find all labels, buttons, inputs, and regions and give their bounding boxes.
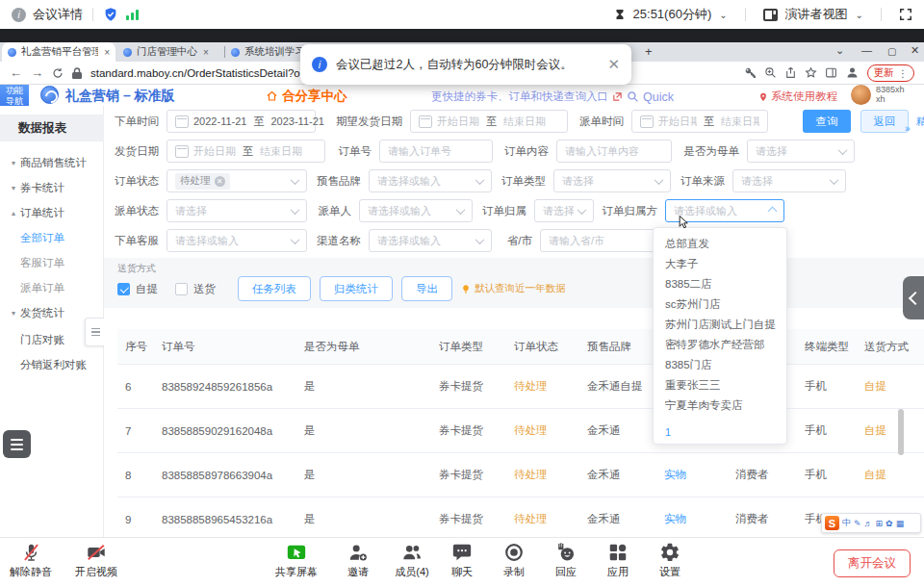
back-icon[interactable]: ← <box>10 65 22 80</box>
back-button[interactable]: 返回 <box>860 110 909 133</box>
meeting-details-label[interactable]: 会议详情 <box>33 6 83 23</box>
browser-tab-2[interactable]: 门店管理中心 × <box>117 42 223 62</box>
react-button[interactable]: 回应 <box>545 542 587 579</box>
dropdown-option[interactable]: 8385门店 <box>654 355 786 375</box>
fullscreen-icon[interactable] <box>899 8 912 21</box>
table-row[interactable]: 883858858978663904a是券卡提货 待处理金禾通实物 消费者手机自… <box>117 453 924 498</box>
dropdown-option[interactable]: 密特罗德水产经营部 <box>654 335 786 355</box>
timer-dropdown-icon[interactable]: ⌄ <box>719 10 727 20</box>
order-belong-select[interactable]: 请选择 <box>534 199 594 222</box>
order-type-select[interactable]: 请选择 <box>553 169 671 192</box>
pickup-label[interactable]: 自提 <box>136 282 158 296</box>
classify-stats-button[interactable]: 归类统计 <box>320 276 393 301</box>
settings-button[interactable]: 设置 <box>649 542 691 579</box>
dropdown-option[interactable]: 重要张三三 <box>654 375 786 396</box>
sidebar-item-order-stats[interactable]: ▴ 订单统计 <box>0 202 104 223</box>
is-parent-select[interactable]: 请选择 <box>747 140 855 163</box>
export-button[interactable]: 导出 <box>401 276 452 301</box>
tab-close-icon[interactable]: × <box>203 47 209 58</box>
invite-button[interactable]: 邀请 <box>337 542 379 579</box>
dropdown-option[interactable]: 苏州门店测试上门自提 <box>654 315 786 335</box>
sidebar-item-dispatch-orders[interactable]: 派单订单 <box>0 277 104 298</box>
sidebar-item-service-orders[interactable]: 客服订单 <box>0 252 104 273</box>
table-row[interactable]: 683858924859261856a是券卡提货 待处理金禾通自提实物 消费者手… <box>117 365 924 409</box>
ime-toolbar[interactable]: S 中 ✎ ♬ ⊞ ✿ ▦ <box>821 513 921 533</box>
notification-close-icon[interactable]: ✕ <box>607 56 620 73</box>
view-dropdown-icon[interactable]: ⌄ <box>856 10 863 20</box>
channel-name-select[interactable]: 请选择或输入 <box>369 229 492 252</box>
sidebar-item-all-orders[interactable]: 全部订单 <box>0 227 104 248</box>
start-video-button[interactable]: 开启视频 <box>69 542 123 579</box>
deliver-checkbox[interactable] <box>175 283 188 295</box>
pickup-checkbox[interactable] <box>117 283 130 295</box>
ime-pen-icon[interactable]: ✎ <box>854 519 861 528</box>
forward-icon[interactable]: → <box>31 65 43 80</box>
dropdown-option[interactable]: sc苏州门店 <box>654 294 786 315</box>
dropdown-option[interactable]: 8385二店 <box>654 274 786 294</box>
key-icon[interactable] <box>744 66 757 79</box>
bookmark-star-icon[interactable] <box>805 66 817 79</box>
user-avatar[interactable] <box>851 85 871 105</box>
record-button[interactable]: 录制 <box>493 542 535 579</box>
new-tab-button[interactable]: + <box>645 44 653 59</box>
dropdown-page-1[interactable]: 1 <box>665 426 671 438</box>
expected-ship-date-field[interactable]: 开始日期至结束日期 <box>410 110 568 133</box>
order-status-select[interactable]: 待处理✕ <box>167 169 307 192</box>
dispatch-time-field[interactable]: 开始日期至结束日期 <box>631 110 768 133</box>
tutorial-link[interactable]: 系统使用教程 <box>758 89 837 104</box>
side-panel-icon[interactable] <box>825 66 837 79</box>
order-content-input[interactable]: 请输入订单内容 <box>556 140 672 163</box>
sidebar-item-rebate-reconciliation[interactable]: 分销返利对账 <box>0 354 104 375</box>
order-agent-select[interactable]: 请选择或输入 <box>167 229 307 252</box>
province-city-input[interactable]: 请输入省/市 <box>540 229 655 252</box>
reload-icon[interactable] <box>52 67 64 79</box>
chat-button[interactable]: 聊天 <box>441 542 483 579</box>
sidebar-item-product-sales[interactable]: ▾ 商品销售统计 <box>0 152 104 173</box>
shield-check-icon[interactable] <box>103 7 118 22</box>
browser-tab-1[interactable]: 礼盒营销平台管理中心 × <box>2 42 116 62</box>
dropdown-option[interactable]: 宁夏羊肉专卖店 <box>654 396 786 416</box>
deliver-label[interactable]: 送货 <box>193 282 216 296</box>
ship-date-field[interactable]: 开始日期至结束日期 <box>167 140 325 163</box>
ime-toolbox-icon[interactable]: ▦ <box>896 519 905 528</box>
ime-lang-icon[interactable]: 中 <box>842 517 851 529</box>
zoom-icon[interactable] <box>764 66 777 79</box>
tag-close-icon[interactable]: ✕ <box>215 176 225 187</box>
dispatcher-select[interactable]: 请选择或输入 <box>359 199 473 222</box>
sidebar-item-card-stats[interactable]: ▾ 券卡统计 <box>0 177 104 198</box>
order-source-select[interactable]: 请选择 <box>732 169 846 192</box>
order-no-input[interactable]: 请输入订单号 <box>379 140 493 163</box>
window-minimize-button[interactable]: — <box>861 44 872 56</box>
leave-meeting-button[interactable]: 离开会议 <box>834 549 911 577</box>
order-time-range-field[interactable]: 2022-11-21至2023-11-21 <box>167 110 316 133</box>
tab-close-icon[interactable]: × <box>104 47 110 58</box>
presale-brand-select[interactable]: 请选择或输入 <box>369 169 492 192</box>
table-row[interactable]: 783858859029162048a是券卡提货 待处理金禾通实物 消费者手机自… <box>117 409 924 453</box>
window-close-button[interactable]: ✕ <box>911 44 919 57</box>
profile-icon[interactable] <box>845 65 860 80</box>
view-mode-label[interactable]: 演讲者视图 <box>785 6 848 23</box>
simplify-filter-link[interactable]: 精简筛选 <box>916 115 924 129</box>
share-screen-button[interactable]: 共享屏幕 <box>270 542 323 579</box>
ime-emoji-icon[interactable]: ✿ <box>886 519 893 528</box>
task-list-button[interactable]: 任务列表 <box>238 276 311 301</box>
browser-update-button[interactable]: 更新 ⋮ <box>867 64 915 82</box>
unmute-button[interactable]: 解除静音 <box>4 542 58 579</box>
window-maximize-button[interactable]: ▢ <box>887 46 896 57</box>
share-icon[interactable] <box>784 66 797 79</box>
quick-search-icon[interactable] <box>627 90 639 103</box>
floating-list-button[interactable] <box>3 430 31 458</box>
search-button[interactable]: 查询 <box>803 110 851 133</box>
ime-voice-icon[interactable]: ♬ <box>864 519 873 528</box>
sidebar-collapse-handle[interactable] <box>85 318 105 346</box>
dispatch-status-select[interactable]: 请选择 <box>167 199 307 222</box>
table-row[interactable]: 983858858965453216a是券卡提货 待处理金禾通实物 消费者手机自… <box>117 498 924 538</box>
collapse-more-icon[interactable]: » <box>905 123 911 134</box>
function-nav-badge[interactable]: 功能 导航 <box>0 85 29 108</box>
lock-icon[interactable] <box>72 67 82 79</box>
share-center-link[interactable]: 合分享中心 <box>266 88 347 105</box>
browser-menu-icon[interactable]: ⋮ <box>898 67 909 79</box>
dropdown-option[interactable]: 大李子 <box>654 254 786 274</box>
dropdown-option[interactable]: 总部直发 <box>654 234 786 254</box>
vertical-scrollbar-thumb[interactable] <box>898 409 904 455</box>
